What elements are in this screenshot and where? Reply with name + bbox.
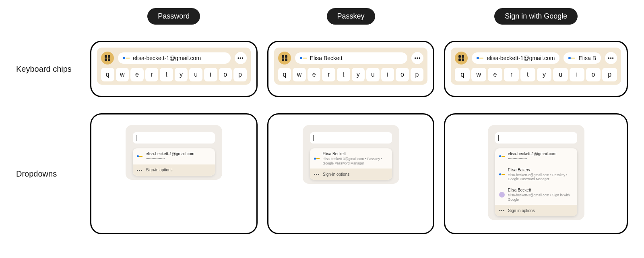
key-r[interactable]: r — [322, 68, 335, 81]
dropdown-card: Elisa Beckett elisa-beckett-3@gmail.com … — [310, 148, 392, 180]
key-q[interactable]: q — [101, 68, 114, 81]
suggestion-chip-label: elisa-beckett-1@gmail.com — [487, 55, 555, 61]
dropdown-footer[interactable]: ••• Sign-in options — [495, 205, 577, 216]
input-field[interactable] — [310, 132, 392, 144]
more-options-icon: ••• — [137, 168, 143, 173]
column-header-siwg: Sign in with Google — [494, 8, 578, 25]
password-key-icon — [568, 57, 575, 59]
key-p[interactable]: p — [411, 68, 424, 81]
dropdown-item-sub: elisa-beckett-3@gmail.com • Sign in with… — [508, 193, 573, 202]
password-key-icon — [300, 57, 307, 59]
row-label-keyboard-chips: Keyboard chips — [16, 41, 80, 97]
dropdown-footer-label: Sign-in options — [146, 168, 172, 172]
key-q[interactable]: q — [278, 68, 291, 81]
key-t[interactable]: t — [337, 68, 350, 81]
key-o[interactable]: o — [586, 68, 601, 81]
key-u[interactable]: u — [189, 68, 202, 81]
password-key-icon — [314, 158, 320, 160]
more-options-icon: ••• — [499, 208, 505, 213]
key-u[interactable]: u — [366, 68, 380, 81]
panel-dd-siwg: elisa-beckett-1@gmail.com ••••••••••••••… — [444, 113, 628, 234]
password-key-icon — [477, 57, 483, 59]
key-r[interactable]: r — [504, 68, 519, 81]
dropdown-footer-label: Sign-in options — [323, 172, 349, 177]
dropdown-item-sub: elisa-beckett-2@gmail.com • Passkey • Go… — [508, 173, 573, 181]
input-field[interactable] — [495, 132, 577, 144]
dropdown-footer[interactable]: ••• Sign-in options — [310, 169, 392, 180]
suggestion-chip-secondary[interactable]: Elisa B — [564, 52, 601, 64]
key-y[interactable]: y — [352, 68, 365, 81]
suggestion-chip-label: elisa-beckett-1@gmail.com — [133, 55, 201, 61]
password-key-icon — [137, 155, 142, 157]
panel-dd-passkey: Elisa Beckett elisa-beckett-3@gmail.com … — [267, 113, 435, 234]
key-y[interactable]: y — [175, 68, 188, 81]
key-o[interactable]: o — [396, 68, 409, 81]
panel-kb-password: elisa-beckett-1@gmail.com ••• q w e r t … — [90, 41, 258, 97]
keyboard-row: q w e r t y u i o p — [101, 68, 247, 81]
keyboard-row: q w e r t y u i o p — [455, 68, 617, 81]
dropdown-card: elisa-beckett-1@gmail.com ••••••••••••••… — [133, 148, 215, 176]
key-e[interactable]: e — [130, 68, 144, 81]
password-key-icon — [499, 155, 505, 157]
dropdown-item-title: elisa-beckett-1@gmail.com — [508, 152, 557, 156]
key-y[interactable]: y — [537, 68, 552, 81]
grid-menu-icon[interactable] — [455, 52, 468, 64]
dropdown-item-title: Elisa Beckett — [323, 152, 388, 156]
key-i[interactable]: i — [570, 68, 584, 81]
key-p[interactable]: p — [602, 68, 617, 81]
dropdown-item[interactable]: elisa-beckett-1@gmail.com ••••••••••••••… — [133, 148, 215, 164]
more-options-icon[interactable]: ••• — [605, 52, 617, 64]
key-t[interactable]: t — [160, 68, 173, 81]
column-header-password: Password — [147, 8, 200, 25]
password-key-icon — [499, 173, 505, 175]
key-e[interactable]: e — [488, 68, 503, 81]
key-q[interactable]: q — [455, 68, 470, 81]
row-label-dropdowns: Dropdowns — [16, 113, 80, 234]
key-r[interactable]: r — [145, 68, 159, 81]
suggestion-chip[interactable]: elisa-beckett-1@gmail.com — [118, 52, 231, 64]
key-p[interactable]: p — [233, 68, 247, 81]
key-u[interactable]: u — [553, 68, 568, 81]
dropdown-item[interactable]: elisa-beckett-1@gmail.com ••••••••••••••… — [495, 148, 577, 164]
dropdown-item[interactable]: Elisa Bakery elisa-beckett-2@gmail.com •… — [495, 164, 577, 185]
dropdown-card: elisa-beckett-1@gmail.com ••••••••••••••… — [495, 148, 577, 216]
panel-dd-password: elisa-beckett-1@gmail.com ••••••••••••••… — [90, 113, 258, 234]
panel-kb-passkey: Elisa Beckett ••• q w e r t y u i o p — [267, 41, 435, 97]
key-i[interactable]: i — [204, 68, 217, 81]
column-header-passkey: Passkey — [327, 8, 375, 25]
suggestion-chip-label: Elisa Beckett — [310, 55, 343, 61]
avatar-icon — [499, 192, 505, 198]
dropdown-footer[interactable]: ••• Sign-in options — [133, 164, 215, 176]
input-field[interactable] — [133, 132, 215, 144]
suggestion-chip-primary[interactable]: elisa-beckett-1@gmail.com — [472, 52, 559, 64]
dropdown-item-title: Elisa Beckett — [508, 188, 573, 192]
dropdown-item-sub: elisa-beckett-3@gmail.com • Passkey • Go… — [323, 157, 388, 165]
password-key-icon — [123, 57, 130, 59]
more-options-icon[interactable]: ••• — [411, 52, 423, 64]
keyboard-row: q w e r t y u i o p — [278, 68, 424, 81]
dropdown-item[interactable]: Elisa Beckett elisa-beckett-3@gmail.com … — [310, 148, 392, 169]
key-o[interactable]: o — [219, 68, 232, 81]
dropdown-item-sub: •••••••••••••••• — [508, 157, 557, 161]
dropdown-item-sub: •••••••••••••••• — [146, 157, 194, 161]
dropdown-item-title: Elisa Bakery — [508, 168, 573, 172]
dropdown-item-title: elisa-beckett-1@gmail.com — [146, 152, 194, 156]
more-options-icon[interactable]: ••• — [235, 52, 247, 64]
dropdown-item[interactable]: Elisa Beckett elisa-beckett-3@gmail.com … — [495, 185, 577, 205]
suggestion-chip[interactable]: Elisa Beckett — [295, 52, 408, 64]
key-e[interactable]: e — [308, 68, 321, 81]
key-i[interactable]: i — [381, 68, 394, 81]
grid-menu-icon[interactable] — [101, 52, 114, 64]
more-options-icon: ••• — [314, 172, 320, 177]
dropdown-footer-label: Sign-in options — [508, 208, 535, 213]
panel-kb-siwg: elisa-beckett-1@gmail.com Elisa B ••• q … — [444, 41, 628, 97]
key-w[interactable]: w — [293, 68, 306, 81]
suggestion-chip-label: Elisa B — [578, 55, 596, 61]
key-t[interactable]: t — [520, 68, 535, 81]
grid-menu-icon[interactable] — [278, 52, 291, 64]
key-w[interactable]: w — [471, 68, 486, 81]
key-w[interactable]: w — [116, 68, 129, 81]
